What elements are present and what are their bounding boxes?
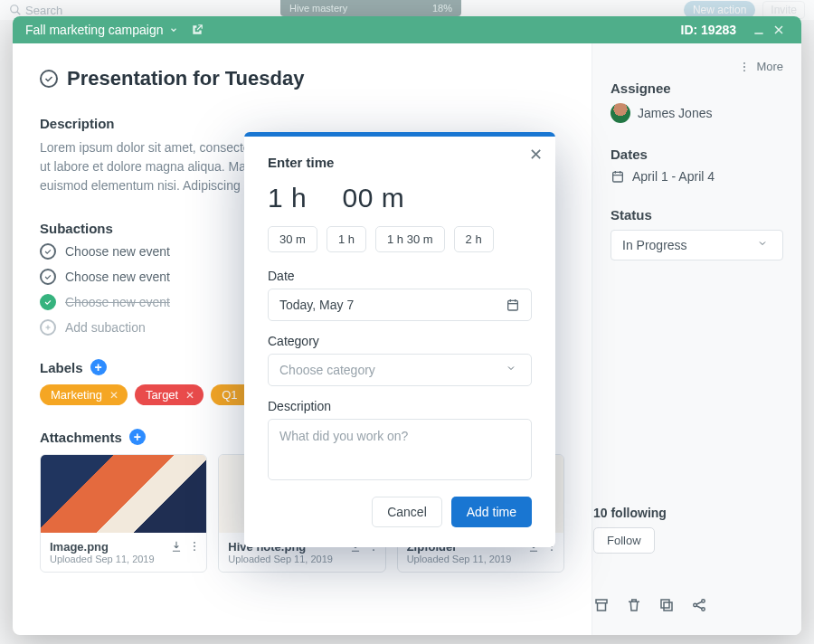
- time-display: 1 h 00 m: [268, 183, 532, 213]
- date-value: Today, May 7: [279, 298, 354, 312]
- time-preset-button[interactable]: 1 h: [327, 226, 366, 252]
- calendar-icon: [506, 298, 520, 312]
- category-placeholder: Choose category: [279, 363, 375, 377]
- enter-time-modal: ✕ Enter time 1 h 00 m 30 m 1 h 1 h 30 m …: [244, 132, 555, 547]
- time-presets-row: 30 m 1 h 1 h 30 m 2 h: [268, 226, 532, 252]
- modal-overlay: ✕ Enter time 1 h 00 m 30 m 1 h 1 h 30 m …: [0, 0, 814, 644]
- description-placeholder: What did you work on?: [279, 429, 408, 443]
- date-label: Date: [268, 269, 532, 283]
- date-field[interactable]: Today, May 7: [268, 289, 532, 321]
- category-select[interactable]: Choose category: [268, 354, 532, 386]
- category-label: Category: [268, 334, 532, 348]
- description-textarea[interactable]: What did you work on?: [268, 419, 532, 480]
- time-preset-button[interactable]: 1 h 30 m: [375, 226, 445, 252]
- description-label: Description: [268, 399, 532, 413]
- chevron-down-icon: [506, 363, 520, 377]
- time-preset-button[interactable]: 30 m: [268, 226, 317, 252]
- svg-rect-31: [508, 300, 518, 310]
- time-preset-button[interactable]: 2 h: [454, 226, 494, 252]
- add-time-button[interactable]: Add time: [451, 497, 532, 527]
- close-modal-button[interactable]: ✕: [529, 145, 543, 165]
- modal-title: Enter time: [268, 155, 532, 170]
- cancel-button[interactable]: Cancel: [372, 497, 442, 527]
